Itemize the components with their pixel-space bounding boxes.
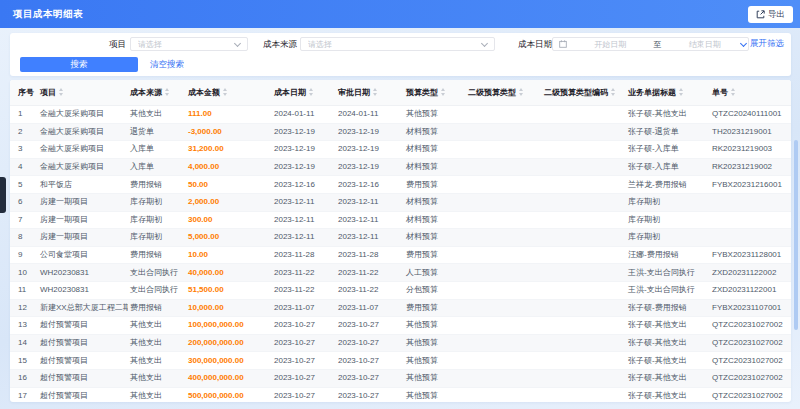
- table-cell: 其他支出: [128, 387, 186, 402]
- table-cell: 费用预算: [404, 299, 466, 317]
- table-cell: 新建XX总部大厦工程二期: [38, 299, 128, 317]
- sort-icon[interactable]: [309, 88, 315, 96]
- table-cell: 2023-11-22: [272, 281, 336, 299]
- table-cell: 100,000,000.00: [186, 317, 272, 335]
- table-cell: [466, 369, 542, 387]
- sort-icon[interactable]: [165, 88, 171, 96]
- table-cell: 张子硕-入库单: [626, 141, 710, 159]
- table-cell: WH20230831: [38, 281, 128, 299]
- sort-icon[interactable]: [679, 88, 685, 96]
- date-separator: 至: [654, 39, 662, 50]
- table-cell: 入库单: [128, 158, 186, 176]
- start-date-input[interactable]: [567, 40, 654, 49]
- table-row: 15超付预警项目其他支出300,000,000.002023-10-272023…: [10, 352, 791, 370]
- table-cell: 2023-12-19: [272, 158, 336, 176]
- table-cell: 费用预算: [404, 246, 466, 264]
- drawer-handle[interactable]: [0, 177, 6, 213]
- table-cell: 支出合同执行: [128, 264, 186, 282]
- table-cell: 退货单: [128, 123, 186, 141]
- table-cell: 2023-10-27: [272, 369, 336, 387]
- table-cell: 张子硕-入库单: [626, 158, 710, 176]
- column-header[interactable]: 单号: [710, 80, 791, 106]
- chevron-down-icon: [740, 39, 747, 46]
- table-cell: 房建一期项目: [38, 193, 128, 211]
- end-date-input[interactable]: [662, 40, 749, 49]
- column-header[interactable]: 预算类型: [404, 80, 466, 106]
- cost-date-range[interactable]: 至: [552, 37, 749, 51]
- table-cell: 金融大厦采购项目: [38, 141, 128, 159]
- table-row: 12新建XX总部大厦工程二期费用报销10,000.002023-11-07202…: [10, 299, 791, 317]
- table-cell: 2023-12-19: [272, 123, 336, 141]
- table-cell: QTZC20231027002: [710, 334, 791, 352]
- table-cell: 2: [10, 123, 38, 141]
- table-cell: 17: [10, 387, 38, 402]
- table-cell: 300.00: [186, 211, 272, 229]
- export-button[interactable]: 导出: [748, 6, 793, 23]
- table-cell: 5,000.00: [186, 229, 272, 247]
- table-cell: 费用报销: [128, 246, 186, 264]
- table-cell: RK20231219002: [710, 158, 791, 176]
- scrollbar[interactable]: [794, 140, 798, 330]
- table-cell: [542, 123, 626, 141]
- table-cell: [466, 229, 542, 247]
- table-row: 10WH20230831支出合同执行40,000.002023-11-22202…: [10, 264, 791, 282]
- table-cell: [542, 246, 626, 264]
- column-header[interactable]: 成本日期: [272, 80, 336, 106]
- table-cell: 2023-11-22: [336, 281, 404, 299]
- cost-source-filter-label: 成本来源: [259, 37, 297, 51]
- chevron-down-icon: [234, 39, 241, 46]
- column-header-label: 二级预算类型: [468, 88, 516, 97]
- table-cell: 其他支出: [128, 369, 186, 387]
- table-cell: 2023-10-27: [272, 334, 336, 352]
- table-cell: [710, 229, 791, 247]
- table-cell: 1: [10, 106, 38, 124]
- cost-source-select[interactable]: [300, 37, 495, 51]
- table-cell: 超付预警项目: [38, 369, 128, 387]
- column-header[interactable]: 二级预算类型: [466, 80, 542, 106]
- table-cell: [466, 141, 542, 159]
- project-select-input[interactable]: [131, 40, 235, 49]
- cost-source-select-input[interactable]: [301, 40, 482, 49]
- table-cell: 公司食堂项目: [38, 246, 128, 264]
- table-cell: 16: [10, 369, 38, 387]
- sort-icon[interactable]: [441, 88, 447, 96]
- table-cell: 库存期初: [626, 193, 710, 211]
- sort-icon[interactable]: [59, 88, 65, 96]
- table-cell: [466, 387, 542, 402]
- sort-icon[interactable]: [373, 88, 379, 96]
- table-cell: 分包预算: [404, 281, 466, 299]
- table-cell: FYBX20231216001: [710, 176, 791, 194]
- sort-icon[interactable]: [223, 88, 229, 96]
- table-cell: [542, 141, 626, 159]
- table-cell: 其他预算: [404, 106, 466, 124]
- table-cell: 4: [10, 158, 38, 176]
- sort-icon[interactable]: [519, 88, 525, 96]
- table-cell: 2023-11-22: [336, 264, 404, 282]
- column-header[interactable]: 成本来源: [128, 80, 186, 106]
- project-select[interactable]: [130, 37, 248, 51]
- search-button[interactable]: 搜索: [20, 57, 138, 72]
- table-cell: FYBX20231128001: [710, 246, 791, 264]
- table-cell: 金融大厦采购项目: [38, 123, 128, 141]
- table-header-row: 序号项目成本来源成本金额成本日期审批日期预算类型二级预算类型二级预算类型编码业务…: [10, 80, 791, 106]
- column-header[interactable]: 成本金额: [186, 80, 272, 106]
- table-cell: 2,000.00: [186, 193, 272, 211]
- column-header[interactable]: 业务单据标题: [626, 80, 710, 106]
- sort-icon[interactable]: [731, 88, 737, 96]
- table-cell: 2023-10-27: [272, 387, 336, 402]
- table-cell: TH20231219001: [710, 123, 791, 141]
- table-cell: 2023-12-11: [272, 193, 336, 211]
- table-cell: 张子硕-其他支出: [626, 369, 710, 387]
- sort-icon[interactable]: [611, 88, 617, 96]
- column-header[interactable]: 二级预算类型编码: [542, 80, 626, 106]
- table-row: 6房建一期项目库存期初2,000.002023-12-112023-12-11材…: [10, 193, 791, 211]
- expand-filter-link[interactable]: 展开筛选: [741, 37, 784, 51]
- table-cell: 库存期初: [626, 211, 710, 229]
- column-header[interactable]: 项目: [38, 80, 128, 106]
- calendar-icon: [559, 40, 567, 48]
- table-cell: 和平饭店: [38, 176, 128, 194]
- table-cell: 13: [10, 317, 38, 335]
- clear-search-link[interactable]: 清空搜索: [150, 57, 184, 72]
- column-header[interactable]: 审批日期: [336, 80, 404, 106]
- table-row: 4金融大厦采购项目入库单4,000.002023-12-192023-12-19…: [10, 158, 791, 176]
